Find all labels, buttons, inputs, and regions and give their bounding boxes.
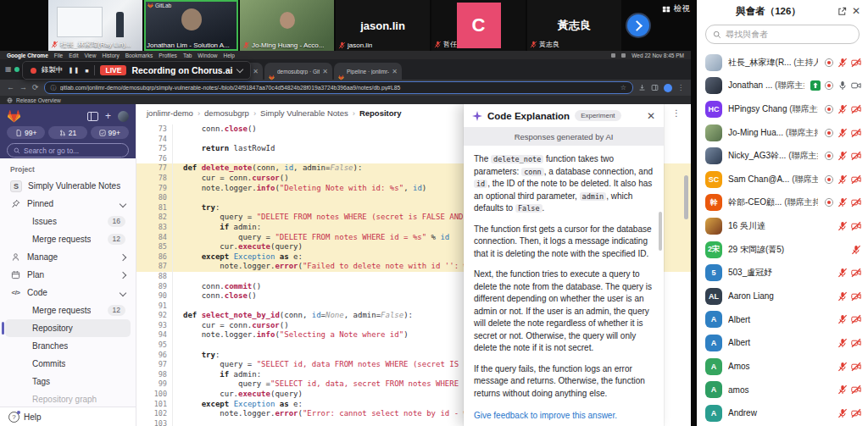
menu-item[interactable]: Bookmarks bbox=[125, 53, 153, 58]
next-videos-button[interactable] bbox=[627, 14, 649, 36]
line-number[interactable]: 97 bbox=[136, 360, 173, 370]
line-number[interactable]: 73 bbox=[136, 124, 173, 135]
tab-close-icon[interactable]: ✕ bbox=[392, 68, 398, 75]
more-actions-icon[interactable]: ⋮ bbox=[672, 108, 681, 118]
bookmark-item[interactable]: Release Overview bbox=[16, 97, 61, 103]
sidebar-item-tags[interactable]: Tags bbox=[5, 373, 131, 390]
line-number[interactable]: 91 bbox=[136, 302, 173, 312]
breadcrumb-item[interactable]: demosubgrp bbox=[204, 108, 249, 118]
sidebar-item-issues[interactable]: Issues16 bbox=[5, 213, 131, 230]
menu-item[interactable]: Google Chrome bbox=[7, 53, 48, 58]
chevron-down-icon[interactable] bbox=[236, 66, 243, 73]
feedback-link[interactable]: Give feedback to improve this answer. bbox=[474, 410, 617, 423]
line-number[interactable]: 77 bbox=[136, 163, 173, 174]
menu-item[interactable]: File bbox=[54, 53, 63, 58]
create-new-icon[interactable]: + bbox=[105, 111, 111, 121]
sidebar-toggle-icon[interactable] bbox=[87, 112, 98, 121]
participant-row[interactable]: AAmos bbox=[697, 355, 868, 379]
menu-item[interactable]: Profiles bbox=[159, 53, 177, 58]
counter-pill[interactable]: 21 bbox=[48, 126, 86, 139]
user-avatar[interactable] bbox=[118, 111, 129, 122]
close-icon[interactable]: ✕ bbox=[647, 110, 655, 122]
line-number[interactable]: 78 bbox=[136, 174, 173, 184]
search-input[interactable]: Search or go to... bbox=[7, 143, 129, 158]
menu-item[interactable]: Help bbox=[223, 53, 234, 58]
line-number[interactable]: 90 bbox=[136, 291, 173, 302]
pause-button[interactable]: ❚❚ bbox=[69, 67, 81, 74]
line-number[interactable]: 75 bbox=[136, 144, 173, 154]
sidebar-item-repository[interactable]: Repository bbox=[5, 319, 131, 337]
video-tile[interactable]: 社長_林家瑋(Ray Lin)... bbox=[48, 0, 142, 51]
participant-row[interactable]: SCSam Chan@A... (聯席主持人) bbox=[697, 168, 868, 191]
line-number[interactable]: 98 bbox=[136, 370, 173, 380]
participant-row[interactable]: Jo-Ming Hua... (聯席主持人) bbox=[697, 121, 868, 145]
drawer-scrollbar[interactable] bbox=[659, 212, 662, 251]
line-number[interactable]: 101 bbox=[136, 400, 173, 410]
line-number[interactable]: 74 bbox=[136, 135, 173, 145]
participant-row[interactable]: 16 吳川達 bbox=[697, 214, 868, 238]
tab-close-icon[interactable]: ✕ bbox=[253, 68, 259, 75]
download-icon[interactable] bbox=[638, 84, 646, 91]
line-number[interactable]: 80 bbox=[136, 193, 173, 203]
participant-row[interactable]: 2宋29 宋岡諺(菁5) bbox=[697, 238, 868, 262]
line-number[interactable]: 82 bbox=[136, 213, 173, 223]
menu-item[interactable]: Tab bbox=[183, 53, 192, 58]
forward-button[interactable]: → bbox=[19, 84, 27, 91]
line-number[interactable]: 87 bbox=[136, 262, 173, 272]
participant-row[interactable]: Aamos bbox=[697, 378, 868, 401]
line-number[interactable]: 99 bbox=[136, 379, 173, 390]
line-number[interactable]: 84 bbox=[136, 233, 173, 243]
reload-button[interactable]: ⟳ bbox=[32, 84, 39, 91]
participant-row[interactable]: ALAaron Liang bbox=[697, 285, 868, 308]
close-panel-icon[interactable]: ✕ bbox=[852, 5, 860, 17]
breadcrumb-item[interactable]: Simply Vulnerable Notes bbox=[260, 108, 348, 118]
sidebar-item-pinned[interactable]: Pinned bbox=[5, 195, 131, 213]
participant-row[interactable]: AAlbert bbox=[697, 308, 868, 332]
sidebar-item-repository-graph[interactable]: Repository graph bbox=[5, 390, 131, 407]
back-button[interactable]: ← bbox=[7, 84, 14, 91]
site-info-icon[interactable]: ⓘ bbox=[51, 84, 57, 92]
video-tile[interactable]: GitLabJonathan Lim - Solution A... bbox=[144, 0, 238, 51]
gitlab-logo[interactable] bbox=[7, 109, 21, 123]
menu-item[interactable]: Window bbox=[198, 53, 217, 58]
profile-avatar[interactable] bbox=[664, 84, 672, 92]
sidebar-item-branches[interactable]: Branches bbox=[5, 337, 131, 355]
line-number[interactable]: 85 bbox=[136, 242, 173, 252]
sidebar-item-merge-requests[interactable]: Merge requests12 bbox=[5, 302, 131, 319]
window-controls[interactable]: ▦ bbox=[5, 66, 19, 73]
counter-pill[interactable]: 99+ bbox=[91, 126, 129, 139]
participant-search-input[interactable]: 尋找與會者 bbox=[705, 25, 860, 44]
help-button[interactable]: ? Help bbox=[0, 407, 136, 426]
line-number[interactable]: 89 bbox=[136, 282, 173, 292]
stop-button[interactable]: ■ bbox=[85, 68, 89, 74]
side-panel-icon[interactable] bbox=[651, 84, 659, 91]
page-scrollbar[interactable] bbox=[684, 175, 688, 219]
line-number[interactable]: 93 bbox=[136, 321, 173, 331]
sidebar-item-simply-vulnerable-notes[interactable]: SSimply Vulnerable Notes bbox=[5, 177, 131, 195]
participant-row[interactable]: Jonathan ... (聯席主持人) bbox=[697, 75, 868, 98]
line-number[interactable]: 94 bbox=[136, 330, 173, 340]
sidebar-item-merge-requests[interactable]: Merge requests12 bbox=[5, 230, 131, 248]
menu-item[interactable]: View bbox=[84, 53, 96, 58]
tab-close-icon[interactable]: ✕ bbox=[322, 68, 328, 75]
participant-row[interactable]: Nicky_AG3幹... (聯席主持人) bbox=[697, 144, 868, 168]
browser-tab[interactable]: demosubgrp · GitLab✕ bbox=[264, 63, 332, 80]
line-number[interactable]: 92 bbox=[136, 311, 173, 321]
sidebar-item-plan[interactable]: Plan bbox=[5, 266, 131, 284]
sidebar-item-commits[interactable]: Commits bbox=[5, 355, 131, 373]
line-number[interactable]: 95 bbox=[136, 340, 173, 351]
video-tile[interactable]: 黃志良黃志良 bbox=[527, 0, 621, 51]
view-layout-button[interactable]: 檢視 bbox=[662, 3, 690, 14]
participant-row[interactable]: 幹幹部-CEO顧... (聯席主持人) bbox=[697, 191, 868, 215]
participant-row[interactable]: AAlbert bbox=[697, 331, 868, 355]
counter-pill[interactable]: 99+ bbox=[7, 126, 45, 139]
line-number[interactable]: 96 bbox=[136, 351, 173, 361]
participant-row[interactable]: 5503_盧冠妤 bbox=[697, 261, 868, 285]
participant-row[interactable]: HCHPingsy Chang (聯席主持人) bbox=[697, 97, 868, 121]
breadcrumb-item[interactable]: jonlimr-demo bbox=[147, 108, 193, 118]
line-number[interactable]: 88 bbox=[136, 272, 173, 282]
sidebar-item-code[interactable]: </>Code bbox=[5, 284, 131, 302]
menu-item[interactable]: History bbox=[102, 53, 119, 58]
line-number[interactable]: 103 bbox=[136, 419, 173, 426]
line-number[interactable]: 100 bbox=[136, 390, 173, 400]
